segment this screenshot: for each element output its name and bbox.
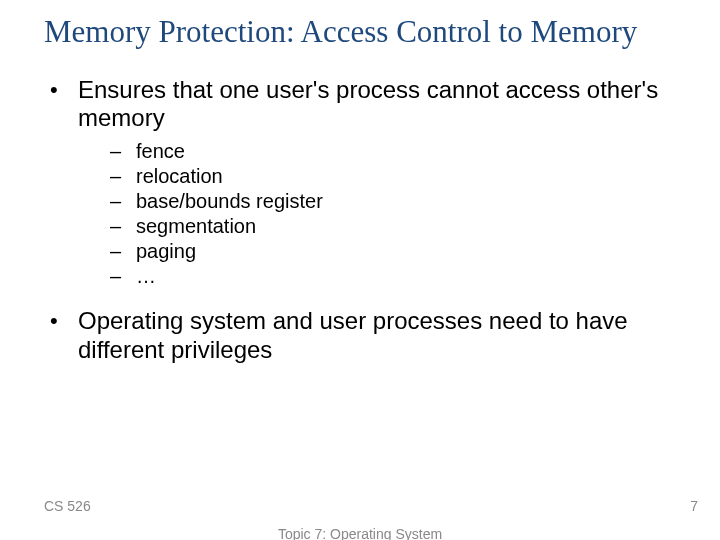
bullet-dash-icon: – [110,139,136,164]
bullet-text: base/bounds register [136,189,672,214]
bullet-dot-icon: • [48,307,78,336]
bullet-level2: – relocation [110,164,672,189]
bullet-text: fence [136,139,672,164]
bullet-sublist: – fence – relocation – base/bounds regis… [48,139,672,289]
bullet-dash-icon: – [110,189,136,214]
bullet-text: paging [136,239,672,264]
bullet-level1: • Ensures that one user's process cannot… [48,76,672,134]
bullet-text: Operating system and user processes need… [78,307,672,365]
bullet-text: relocation [136,164,672,189]
bullet-dash-icon: – [110,164,136,189]
slide-content: • Ensures that one user's process cannot… [0,50,720,365]
bullet-dash-icon: – [110,214,136,239]
bullet-level1: • Operating system and user processes ne… [48,307,672,365]
bullet-level2: – paging [110,239,672,264]
bullet-text: segmentation [136,214,672,239]
bullet-text: Ensures that one user's process cannot a… [78,76,672,134]
footer-course-code: CS 526 [44,498,91,514]
bullet-text: … [136,264,672,289]
bullet-dot-icon: • [48,76,78,105]
footer-topic: Topic 7: Operating System Security Basic… [278,526,442,540]
footer-page-number: 7 [690,498,698,514]
bullet-level2: – … [110,264,672,289]
bullet-level2: – fence [110,139,672,164]
slide-title: Memory Protection: Access Control to Mem… [0,0,720,50]
bullet-dash-icon: – [110,264,136,289]
bullet-level2: – segmentation [110,214,672,239]
bullet-level2: – base/bounds register [110,189,672,214]
bullet-dash-icon: – [110,239,136,264]
